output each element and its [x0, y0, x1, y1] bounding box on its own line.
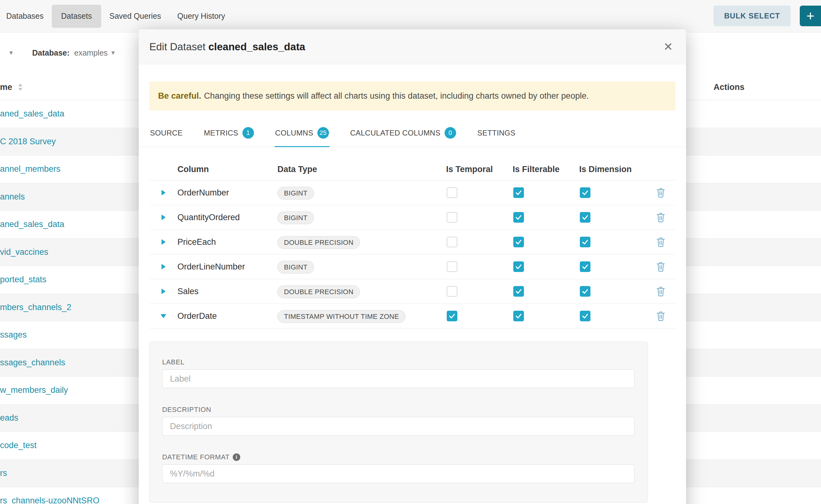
- tab-source-label: SOURCE: [150, 129, 182, 137]
- columns-count-badge: 25: [317, 127, 329, 139]
- trash-icon: [656, 237, 666, 247]
- nav-item-datasets[interactable]: Datasets: [52, 5, 101, 28]
- add-dataset-button[interactable]: +: [800, 6, 821, 26]
- delete-column-button[interactable]: [646, 261, 675, 272]
- delete-column-button[interactable]: [646, 212, 675, 223]
- collapse-caret-icon[interactable]: [149, 314, 177, 318]
- is-dimension-checkbox[interactable]: [580, 212, 591, 223]
- tab-metrics[interactable]: METRICS 1: [203, 122, 254, 147]
- expand-caret-icon[interactable]: [149, 190, 177, 195]
- is-filterable-checkbox[interactable]: [513, 286, 524, 297]
- is-dimension-checkbox[interactable]: [580, 237, 591, 247]
- tab-settings-label: SETTINGS: [477, 129, 516, 137]
- expand-caret-icon[interactable]: [149, 264, 177, 269]
- column-name: QuantityOrdered: [177, 213, 277, 222]
- is-temporal-checkbox[interactable]: [447, 212, 458, 223]
- is-dimension-checkbox[interactable]: [580, 261, 591, 272]
- dataset-link[interactable]: eads: [0, 413, 18, 423]
- dataset-link[interactable]: annel_members: [0, 164, 61, 174]
- is-temporal-checkbox[interactable]: [447, 187, 458, 198]
- is-filterable-checkbox[interactable]: [513, 212, 524, 223]
- bulk-select-button[interactable]: BULK SELECT: [714, 6, 791, 26]
- delete-column-button[interactable]: [646, 286, 675, 297]
- is-temporal-header: Is Temporal: [446, 165, 513, 174]
- trash-icon: [656, 286, 666, 297]
- data-type-pill: TIMESTAMP WITHOUT TIME ZONE: [277, 310, 405, 323]
- delete-column-button[interactable]: [646, 237, 675, 247]
- dataset-link[interactable]: w_members_daily: [0, 385, 68, 395]
- metrics-count-badge: 1: [242, 127, 254, 139]
- tab-settings[interactable]: SETTINGS: [477, 122, 516, 147]
- dataset-link[interactable]: C 2018 Survey: [0, 137, 56, 146]
- name-column-header[interactable]: me: [0, 82, 12, 92]
- column-row: OrderDateTIMESTAMP WITHOUT TIME ZONE: [149, 304, 675, 329]
- column-name: OrderNumber: [177, 188, 277, 198]
- data-type-header: Data Type: [277, 165, 446, 174]
- is-dimension-checkbox[interactable]: [580, 286, 591, 297]
- description-input[interactable]: [162, 417, 635, 436]
- columns-table-body: OrderNumberBIGINTQuantityOrderedBIGINTPr…: [149, 180, 675, 329]
- filter-bar: ▾ Database: examples ▾: [0, 43, 115, 62]
- column-row: PriceEachDOUBLE PRECISION: [149, 230, 675, 254]
- sort-icon[interactable]: [18, 83, 22, 91]
- close-icon[interactable]: ✕: [664, 41, 673, 52]
- trash-icon: [656, 212, 666, 223]
- chevron-down-icon[interactable]: ▾: [9, 49, 13, 57]
- is-filterable-header: Is Filterable: [513, 165, 579, 174]
- nav-item-saved-queries[interactable]: Saved Queries: [101, 5, 169, 28]
- is-temporal-checkbox[interactable]: [447, 311, 458, 321]
- tab-calculated-columns[interactable]: CALCULATED COLUMNS 0: [349, 122, 457, 147]
- data-type-pill: BIGINT: [277, 261, 314, 274]
- datetime-format-input[interactable]: [162, 464, 635, 483]
- trash-icon: [656, 311, 666, 321]
- is-dimension-checkbox[interactable]: [580, 311, 591, 321]
- delete-column-button[interactable]: [646, 187, 675, 198]
- sort-down-icon: [18, 88, 22, 91]
- dataset-link[interactable]: rs: [0, 468, 7, 478]
- dataset-link[interactable]: rs_channels-uzooNNtSRO: [0, 496, 99, 504]
- is-temporal-checkbox[interactable]: [447, 286, 458, 297]
- is-filterable-checkbox[interactable]: [513, 311, 524, 321]
- is-filterable-checkbox[interactable]: [513, 237, 524, 247]
- description-field-label: DESCRIPTION: [162, 406, 634, 414]
- info-icon[interactable]: i: [233, 453, 240, 461]
- expand-caret-icon[interactable]: [149, 215, 177, 220]
- nav-item-query-history[interactable]: Query History: [169, 5, 233, 28]
- trash-icon: [656, 187, 666, 198]
- tab-source[interactable]: SOURCE: [149, 122, 183, 147]
- modal-title-prefix: Edit Dataset: [149, 41, 205, 52]
- database-filter-value[interactable]: examples: [74, 48, 108, 57]
- dataset-link[interactable]: ssages_channels: [0, 358, 65, 368]
- is-temporal-checkbox[interactable]: [447, 261, 458, 272]
- dataset-link[interactable]: code_test: [0, 441, 37, 450]
- column-name: OrderLineNumber: [177, 262, 277, 272]
- is-filterable-checkbox[interactable]: [513, 261, 524, 272]
- data-type-pill: BIGINT: [277, 187, 314, 200]
- tab-columns[interactable]: COLUMNS 25: [274, 122, 329, 147]
- modal-title-dataset-name: cleaned_sales_data: [208, 41, 305, 52]
- modal-tabs: SOURCE METRICS 1 COLUMNS 25 CALCULATED C…: [139, 122, 686, 147]
- expand-caret-icon[interactable]: [149, 239, 177, 245]
- warning-banner: Be careful. Changing these settings will…: [149, 82, 675, 111]
- chevron-down-icon[interactable]: ▾: [111, 49, 115, 57]
- label-input[interactable]: [162, 369, 635, 388]
- dataset-link[interactable]: mbers_channels_2: [0, 303, 71, 312]
- delete-column-button[interactable]: [646, 311, 675, 321]
- dataset-link[interactable]: ssages: [0, 330, 27, 340]
- nav-item-databases[interactable]: Databases: [6, 5, 52, 28]
- column-detail-panel: LABEL DESCRIPTION DATETIME FORMAT i: [149, 342, 648, 503]
- expand-caret-icon[interactable]: [149, 289, 177, 294]
- is-dimension-checkbox[interactable]: [580, 187, 591, 198]
- datetime-format-field-group: DATETIME FORMAT i: [162, 453, 634, 483]
- is-filterable-checkbox[interactable]: [513, 187, 524, 198]
- warning-banner-bold: Be careful.: [158, 91, 201, 101]
- dataset-link[interactable]: ported_stats: [0, 275, 47, 284]
- top-nav: Databases Datasets Saved Queries Query H…: [0, 0, 821, 32]
- dataset-link[interactable]: vid_vaccines: [0, 247, 48, 257]
- data-type-pill: DOUBLE PRECISION: [277, 236, 360, 249]
- dataset-link[interactable]: aned_sales_data: [0, 220, 64, 229]
- is-temporal-checkbox[interactable]: [447, 237, 458, 247]
- dataset-link[interactable]: aned_sales_data: [0, 109, 64, 119]
- dataset-link[interactable]: annels: [0, 192, 25, 202]
- description-field-group: DESCRIPTION: [162, 406, 634, 436]
